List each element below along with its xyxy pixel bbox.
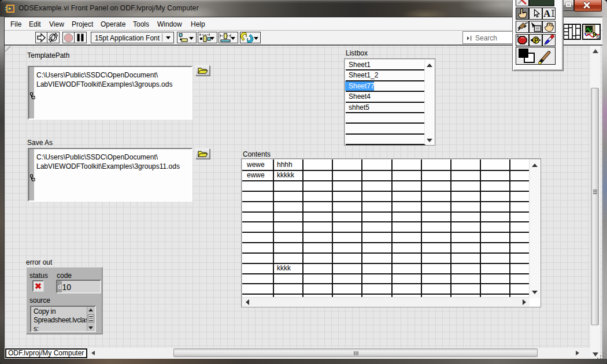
svg-text:6: 6	[597, 34, 599, 39]
svg-text:P: P	[534, 36, 538, 43]
svg-text:A: A	[543, 8, 551, 19]
